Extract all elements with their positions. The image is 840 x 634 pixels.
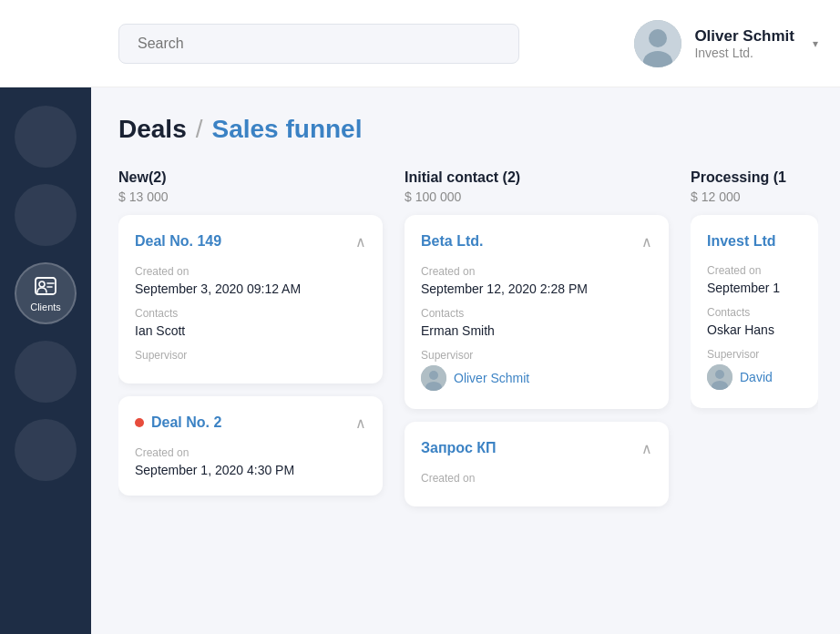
card-149-contacts-value: Ian Scott [135,323,366,338]
card-invest: Invest Ltd Created on September 1 Contac… [691,215,818,408]
column-initial-header: Initial contact (2) $ 100 000 [405,169,669,204]
card-invest-supervisor-label: Supervisor [707,348,802,361]
card-invest-contacts-label: Contacts [707,306,802,319]
sidebar-item-3[interactable] [15,341,77,403]
card-invest-created-label: Created on [707,264,802,277]
column-processing-title: Processing (1 [691,169,818,186]
svg-point-4 [39,281,45,287]
card-beta-contacts-value: Erman Smith [421,323,652,338]
column-processing: Processing (1 $ 12 000 Invest Ltd Create… [691,169,818,519]
card-beta-created-value: September 12, 2020 2:28 PM [421,281,652,296]
svg-point-8 [429,371,438,380]
column-new-title: New(2) [118,169,383,186]
card-invest-supervisor-name[interactable]: David [740,370,773,384]
card-zapros-created-label: Created on [421,472,652,485]
user-name: Oliver Schmit [694,27,794,46]
layout: Clients Deals / Sales funnel New(2) $ 13… [0,87,840,634]
breadcrumb-root: Deals [118,115,187,144]
card-beta-collapse[interactable]: ∧ [641,233,652,251]
card-invest-contacts-value: Oskar Hans [707,322,802,337]
svg-rect-3 [36,278,56,294]
card-2-title-row: Deal No. 2 [135,414,221,431]
card-beta-contacts-label: Contacts [421,307,652,320]
card-invest-supervisor-row: David [707,364,802,390]
user-company: Invest Ltd. [694,46,794,60]
card-149-header: Deal No. 149 ∧ [135,233,366,251]
user-dropdown-arrow[interactable]: ▾ [813,37,818,50]
card-invest-header: Invest Ltd [707,233,802,250]
sidebar-item-4[interactable] [15,419,77,481]
avatar [634,20,681,67]
clients-icon [34,274,57,298]
card-2-created-value: September 1, 2020 4:30 PM [135,463,366,477]
column-new-amount: $ 13 000 [118,189,383,204]
column-processing-amount: $ 12 000 [691,189,818,204]
card-beta-supervisor-label: Supervisor [421,349,652,362]
card-zapros-title[interactable]: Запрос КП [421,440,497,456]
card-zapros-collapse[interactable]: ∧ [641,440,652,457]
breadcrumb-separator: / [196,115,203,144]
user-details: Oliver Schmit Invest Ltd. [694,27,794,60]
search-input[interactable] [118,24,519,64]
column-new: New(2) $ 13 000 Deal No. 149 ∧ Created o… [118,169,383,519]
card-beta-supervisor-name[interactable]: Oliver Schmit [454,371,529,385]
sidebar-item-0[interactable] [15,106,77,168]
card-149-collapse[interactable]: ∧ [355,233,366,251]
column-initial-amount: $ 100 000 [405,189,669,204]
column-initial-title: Initial contact (2) [405,169,669,186]
column-processing-header: Processing (1 $ 12 000 [691,169,818,204]
header: Oliver Schmit Invest Ltd. ▾ [0,0,840,87]
card-beta-created-label: Created on [421,265,652,278]
card-2-title[interactable]: Deal No. 2 [151,414,221,431]
card-invest-created-value: September 1 [707,281,802,295]
card-2-red-dot [135,418,144,427]
sidebar-item-clients[interactable]: Clients [15,262,77,324]
sidebar-clients-label: Clients [30,302,61,312]
card-149-created-label: Created on [135,265,366,278]
card-beta-supervisor-avatar [421,365,446,391]
svg-point-11 [715,370,724,379]
card-invest-title[interactable]: Invest Ltd [707,233,776,250]
card-2: Deal No. 2 ∧ Created on September 1, 202… [118,396,383,496]
kanban-board: New(2) $ 13 000 Deal No. 149 ∧ Created o… [118,169,818,519]
card-2-created-label: Created on [135,446,366,459]
card-invest-supervisor-avatar [707,364,732,390]
user-info: Oliver Schmit Invest Ltd. ▾ [634,20,818,67]
card-2-header: Deal No. 2 ∧ [135,414,366,432]
main-content: Deals / Sales funnel New(2) $ 13 000 Dea… [91,87,840,634]
card-beta-supervisor-row: Oliver Schmit [421,365,652,391]
card-beta-title[interactable]: Beta Ltd. [421,233,483,250]
card-149: Deal No. 149 ∧ Created on September 3, 2… [118,215,383,383]
card-149-supervisor-label: Supervisor [135,349,366,362]
card-149-contacts-label: Contacts [135,307,366,320]
sidebar: Clients [0,87,91,634]
card-149-created-value: September 3, 2020 09:12 AM [135,281,366,296]
card-zapros: Запрос КП ∧ Created on [405,422,669,506]
column-new-header: New(2) $ 13 000 [118,169,383,204]
svg-point-1 [649,29,667,47]
card-beta: Beta Ltd. ∧ Created on September 12, 202… [405,215,669,409]
card-2-collapse[interactable]: ∧ [355,414,366,432]
column-initial: Initial contact (2) $ 100 000 Beta Ltd. … [405,169,669,519]
card-beta-header: Beta Ltd. ∧ [421,233,652,251]
sidebar-item-1[interactable] [15,184,77,246]
breadcrumb: Deals / Sales funnel [118,115,818,144]
card-zapros-header: Запрос КП ∧ [421,440,652,457]
card-149-title[interactable]: Deal No. 149 [135,233,221,250]
breadcrumb-current: Sales funnel [212,115,363,144]
